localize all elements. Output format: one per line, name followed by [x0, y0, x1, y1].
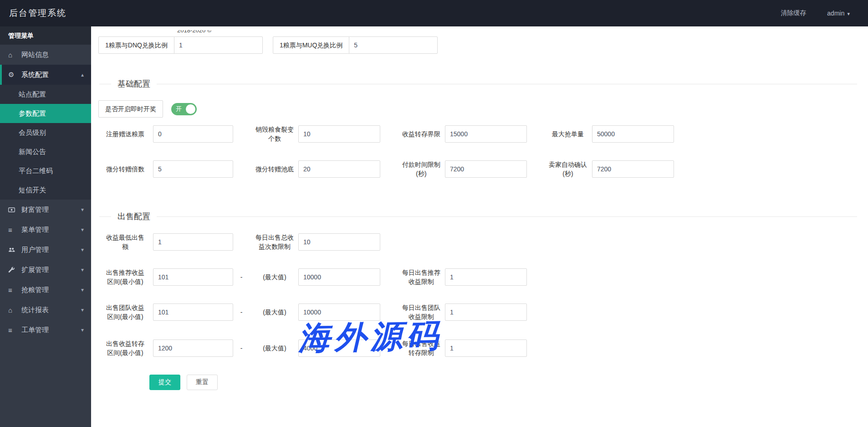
home-icon: ⌂: [8, 51, 18, 59]
chevron-down-icon: ▾: [847, 11, 850, 16]
sidebar-item-label: 扩展管理: [21, 266, 49, 274]
sidebar-subitem-news[interactable]: 新闻公告: [0, 142, 91, 161]
dnq-ratio-group: 1粮票与DNQ兑换比例: [98, 36, 263, 55]
sidebar-item-ticket-manage[interactable]: ≡ 工单管理 ▾: [0, 320, 91, 340]
field-label: 微分转赠池底: [254, 160, 295, 178]
money-icon: [8, 206, 18, 213]
sidebar-item-user-manage[interactable]: 用户管理 ▾: [0, 240, 91, 260]
recommend-limit-input[interactable]: [445, 268, 527, 286]
username: admin: [827, 10, 844, 17]
field-label: 出售收益转存区间(最小值): [105, 339, 146, 357]
micro-gift-pool-input[interactable]: [298, 160, 380, 178]
basic-row-1: 注册赠送粮票 销毁粮食裂变个数 收益转存界限 最大抢单量: [91, 125, 868, 143]
section-line: [157, 84, 857, 84]
sidebar-item-label: 网站信息: [21, 51, 49, 59]
sidebar-item-system-config[interactable]: ⚙ 系统配置 ▴: [0, 65, 91, 85]
chevron-down-icon: ▾: [81, 206, 84, 213]
pay-time-limit-input[interactable]: [445, 160, 527, 178]
sidebar-subitem-param-config[interactable]: 参数配置: [0, 104, 91, 123]
chevron-down-icon: ▾: [81, 287, 84, 293]
sidebar-item-label: 抢粮管理: [21, 286, 49, 294]
clear-cache-link[interactable]: 清除缓存: [781, 9, 806, 17]
sidebar: 管理菜单 ⌂ 网站信息 ⚙ 系统配置 ▴ 站点配置 参数配置 会员级别 新闻公告…: [0, 26, 91, 427]
register-gift-input[interactable]: [153, 125, 233, 143]
sell-range-row-transfer: 出售收益转存区间(最小值) - (最大值) 每日出售收益转存限制: [91, 339, 868, 357]
muq-ratio-label: 1粮票与MUQ兑换比例: [273, 36, 349, 54]
field-label: 最大抢单量: [547, 125, 588, 143]
sidebar-subitem-member-level[interactable]: 会员级别: [0, 123, 91, 142]
transfer-min-input[interactable]: [153, 340, 233, 357]
section-title: 出售配置: [117, 211, 150, 222]
chevron-down-icon: ▾: [81, 267, 84, 273]
transfer-max-input[interactable]: [298, 340, 380, 357]
field-label: (最大值): [254, 339, 295, 357]
destroy-fission-input[interactable]: [298, 125, 380, 143]
recommend-min-input[interactable]: [153, 268, 233, 286]
sidebar-item-label: 财富管理: [21, 206, 49, 214]
field-label: 卖家自动确认(秒): [547, 160, 588, 178]
sidebar-item-extend-manage[interactable]: 扩展管理 ▾: [0, 260, 91, 280]
list-icon: ≡: [8, 286, 18, 294]
recommend-max-input[interactable]: [298, 268, 380, 286]
max-grab-input[interactable]: [592, 125, 674, 143]
profit-transfer-limit-input[interactable]: [445, 125, 527, 143]
sidebar-item-stats-report[interactable]: ⌂ 统计报表 ▾: [0, 300, 91, 320]
clipped-copyright-text: 2018-2020 ©: [177, 30, 211, 35]
top-navbar: 后台管理系统 清除缓存 admin▾: [0, 0, 868, 26]
field-label: 每日出售总收益次数限制: [254, 233, 295, 251]
sell-range-row-team: 出售团队收益区间(最小值) - (最大值) 每日出售团队收益限制: [91, 303, 868, 321]
sidebar-item-wealth[interactable]: 财富管理 ▾: [0, 200, 91, 220]
field-label: 出售推荐收益区间(最小值): [105, 268, 146, 286]
section-dash: [99, 216, 111, 217]
wrench-icon: [8, 267, 18, 273]
seller-auto-confirm-input[interactable]: [592, 160, 674, 178]
toggle-knob: [186, 104, 195, 114]
field-label: 收益最低出售额: [105, 233, 146, 251]
sidebar-item-label: 用户管理: [21, 246, 49, 254]
user-menu[interactable]: admin▾: [827, 10, 850, 17]
chevron-up-icon: ▴: [81, 72, 84, 78]
sidebar-header: 管理菜单: [0, 26, 91, 45]
sidebar-item-label: 菜单管理: [21, 226, 49, 234]
min-sell-amount-input[interactable]: [153, 233, 233, 251]
section-basic-config: 基础配置: [91, 77, 868, 90]
reset-button[interactable]: 重置: [187, 375, 218, 390]
sidebar-item-menu-manage[interactable]: ≡ 菜单管理 ▾: [0, 220, 91, 240]
sidebar-subitem-platform-qrcode[interactable]: 平台二维码: [0, 161, 91, 180]
main-content: 2018-2020 © 1粮票与DNQ兑换比例 1粮票与MUQ兑换比例 基础配置…: [91, 26, 868, 427]
submit-button[interactable]: 提交: [149, 375, 180, 390]
sidebar-subitem-site-config[interactable]: 站点配置: [0, 85, 91, 104]
chevron-down-icon: ▾: [81, 307, 84, 313]
team-max-input[interactable]: [298, 304, 380, 321]
users-icon: [8, 247, 18, 253]
range-separator: -: [236, 339, 247, 357]
field-label: (最大值): [254, 303, 295, 321]
sidebar-subitem-sms-switch[interactable]: 短信开关: [0, 180, 91, 200]
dnq-ratio-input[interactable]: [174, 36, 263, 54]
sidebar-item-grab-manage[interactable]: ≡ 抢粮管理 ▾: [0, 280, 91, 300]
range-separator: -: [236, 268, 247, 286]
exchange-ratio-row: 1粮票与DNQ兑换比例 1粮票与MUQ兑换比例: [91, 36, 868, 55]
team-min-input[interactable]: [153, 304, 233, 321]
chevron-down-icon: ▾: [81, 327, 84, 333]
field-label: 每日出售团队收益限制: [401, 303, 442, 321]
form-actions: 提交 重置: [91, 375, 868, 391]
section-line: [157, 216, 857, 217]
app-title: 后台管理系统: [9, 7, 66, 19]
team-limit-input[interactable]: [445, 304, 527, 321]
field-label: 出售团队收益区间(最小值): [105, 303, 146, 321]
gears-icon: ⚙: [8, 71, 18, 79]
transfer-limit-input[interactable]: [445, 340, 527, 357]
sell-row-1: 收益最低出售额 每日出售总收益次数限制: [91, 233, 868, 251]
daily-sell-times-input[interactable]: [298, 233, 380, 251]
muq-ratio-input[interactable]: [349, 36, 438, 54]
micro-gift-multiple-input[interactable]: [153, 160, 233, 178]
sidebar-item-site-info[interactable]: ⌂ 网站信息: [0, 45, 91, 65]
toggle-on-text: 开: [176, 105, 182, 113]
basic-row-2: 微分转赠倍数 微分转赠池底 付款时间限制(秒) 卖家自动确认(秒): [91, 160, 868, 178]
field-label: 注册赠送粮票: [105, 125, 146, 143]
instant-draw-toggle[interactable]: 开: [171, 103, 197, 115]
home-icon: ⌂: [8, 306, 18, 314]
admin-app: 后台管理系统 清除缓存 admin▾ 管理菜单 ⌂ 网站信息 ⚙ 系统配置 ▴ …: [0, 0, 868, 427]
field-label: (最大值): [254, 268, 295, 286]
